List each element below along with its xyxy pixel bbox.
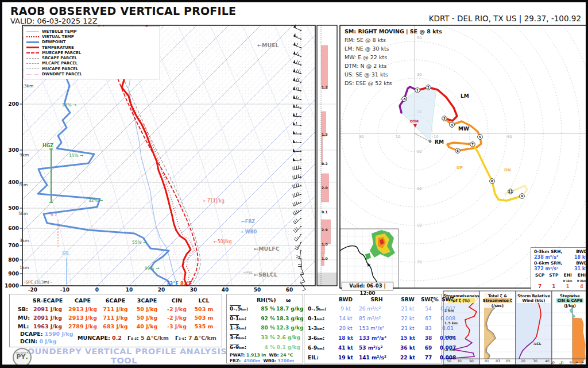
thermo-cell: 3CAPE	[131, 296, 163, 305]
moisture-row: 3-6km:	[230, 335, 246, 340]
thermo-grid: SR-ECAPECAPE6CAPE3CAPECINLCLSB:2091 J/kg…	[10, 296, 222, 331]
moisture-row: 0-.5km:	[230, 306, 249, 312]
kinematics-cell: EIL:	[308, 355, 319, 361]
sounderpy-logo: SOUNDER PY.	[13, 348, 32, 367]
stats-row: 0-3km SRH,BWD	[533, 249, 588, 255]
thermo-cell: 2913 J/kg	[66, 305, 99, 313]
storm-motion-line: MW: E @ 22 kts	[345, 53, 442, 62]
thermo-cell: 1963 J/kg	[29, 322, 66, 331]
pressure-tick: 300	[8, 147, 19, 153]
ring-label: 70	[417, 260, 421, 264]
kinematics-cell: 53 m²/s²	[359, 345, 394, 351]
svg-text:5: 5	[479, 135, 481, 139]
legend-label: MUECAPE PARCEL	[42, 51, 81, 55]
skewt-annotation: 81°F	[180, 281, 192, 286]
thermo-cell: MU:	[10, 313, 29, 322]
moisture-row: 1-3km:	[230, 325, 246, 331]
skewt-annotation: ←MULFC	[254, 246, 280, 252]
panel-tick: 40	[545, 359, 550, 363]
thermo-cell: CIN	[163, 296, 191, 305]
ring-label: 10	[396, 135, 400, 139]
legend-line-sample	[26, 31, 39, 32]
svg-text:6: 6	[457, 149, 459, 152]
skewt-annotation: ←50J/kg	[214, 239, 232, 244]
page-title: RAOB OBSERVED VERTICAL PROFILE	[10, 5, 236, 17]
lapse-value: 0.1	[322, 210, 328, 214]
legend-line-sample	[26, 74, 39, 75]
thermo-cell: 503 m	[191, 305, 216, 313]
lapse-value: 0.2	[322, 162, 328, 166]
kinematics-cell: 36 kt	[396, 345, 419, 351]
kinematics-cell: 15 kt	[396, 335, 419, 341]
kinematics-cell: 20 kt	[334, 325, 357, 331]
legend-label: SBCAPE PARCEL	[42, 56, 77, 60]
legend-label: DEWPOINT	[42, 40, 65, 44]
legend-line-sample	[26, 41, 39, 43]
legend-label: MLCAPE PARCEL	[42, 61, 78, 66]
legend-line-sample	[26, 47, 39, 48]
legend-item: MUCAPE PARCEL	[26, 66, 157, 71]
mini-panel-1: Total ζ &Streamwise ζ(/sec).01.03.05	[479, 291, 516, 365]
skewt-legend: WETBULB TEMPVIRTUAL TEMPDEWPOINTTEMPERAT…	[24, 26, 160, 79]
hodo-label: DTM	[410, 119, 419, 123]
station-star: ★	[366, 262, 371, 268]
rm-marker	[429, 140, 432, 143]
moisture-row: 4 %	[254, 344, 275, 350]
kinematics-cell: 38	[421, 335, 436, 341]
moisture-row: 12.3 g/kg	[276, 325, 300, 331]
hodo-label: UP	[457, 166, 463, 170]
lapse-value: 1.2	[322, 85, 328, 89]
height-label: 7km	[18, 182, 28, 187]
kinematics-cell: 6-9km:	[308, 345, 324, 351]
moisture-row: ω	[286, 297, 291, 303]
panel-title: (J/kg)	[564, 304, 576, 308]
srh-bwd-stats-box: 0-3km SRH,BWD238 m²/s²18 kt0-6km SRH,BWD…	[531, 247, 588, 291]
ring-label: 50	[417, 223, 421, 228]
thermo-cell: SR-ECAPE	[29, 296, 66, 305]
kinematics-cell: 141 m²/s²	[359, 355, 394, 361]
thermo-cell: 535 m	[191, 322, 216, 331]
rh-percent-label: 99% →	[145, 266, 159, 271]
svg-text:1: 1	[416, 89, 419, 92]
panel-tick: 90	[469, 359, 474, 363]
thermodynamics-table: SR-ECAPECAPE6CAPE3CAPECINLCLSB:2091 J/kg…	[9, 294, 222, 347]
skewt-annotation: 8.7	[51, 213, 57, 217]
height-label: 5km	[18, 211, 28, 216]
legend-item: SBCAPE PARCEL	[26, 55, 157, 60]
lapse-value: 2.0	[322, 186, 328, 190]
lapse-value: 2.9	[322, 228, 328, 232]
kinematics-cell: 21 kt	[396, 306, 419, 312]
pressure-tick: 1000	[5, 283, 19, 289]
skewt-annotation: EIL	[62, 251, 70, 256]
surface-label: -SFC (313m) -	[24, 280, 52, 285]
height-label: 13km	[21, 83, 33, 89]
pressure-tick: 500	[8, 205, 19, 211]
legend-line-sample	[26, 52, 39, 53]
panel-title: Storm Relative	[517, 294, 550, 298]
svg-text:.5: .5	[403, 97, 406, 101]
skewt-annotation: HGZ	[42, 143, 53, 148]
app-window: RAOB OBSERVED VERTICAL PROFILE VALID: 06…	[0, 0, 588, 368]
moisture-row: 0.1 g/kg	[276, 344, 300, 350]
lcl-label: -LCL	[533, 342, 541, 346]
kinematics-cell: 1-3km:	[308, 325, 324, 331]
kinematics-cell: 21 kt	[396, 325, 419, 331]
panel-title: Total ζ &	[488, 294, 507, 298]
kinematics-cell: SWζ%	[421, 297, 436, 302]
storm-motion-line: DS: ESE @ 52 kts	[345, 79, 442, 87]
storm-motion-line: SM: RIGHT MOVING | SE @ 8 kts	[345, 27, 442, 36]
svg-text:3: 3	[443, 117, 446, 120]
legend-line-sample	[26, 36, 39, 37]
legend-item: DWNDRFT PARCEL	[26, 71, 157, 76]
thermo-cell: 50 J/kg	[131, 305, 163, 313]
skewt-annotation: ←PBL	[243, 270, 253, 274]
kinematics-cell: 0.01	[438, 325, 458, 331]
kinematics-cell: 0.008	[438, 316, 458, 321]
kinematics-cell: 77	[421, 355, 436, 361]
thermo-cell: ML:	[10, 322, 29, 331]
legend-line-sample	[26, 58, 39, 59]
kinematics-cell: 83	[421, 325, 436, 331]
legend-label: TEMPERATURE	[42, 45, 74, 50]
kinematics-cell: 22 kt	[396, 316, 419, 321]
panel-tick: .05	[505, 359, 510, 363]
